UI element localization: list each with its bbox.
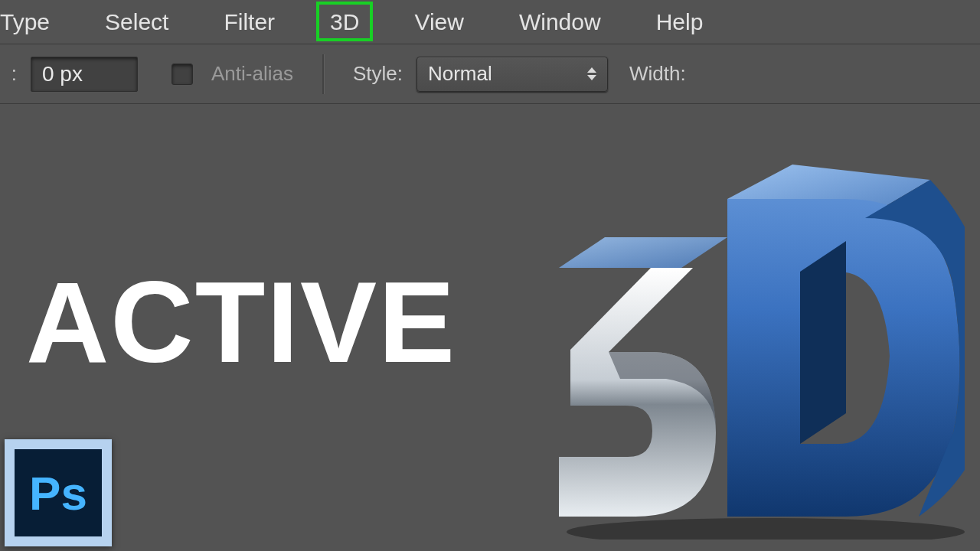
photoshop-badge: Ps xyxy=(5,439,112,546)
feather-label-truncated: : xyxy=(9,62,17,86)
antialias-checkbox[interactable] xyxy=(172,64,193,85)
svg-marker-1 xyxy=(800,241,846,444)
photoshop-badge-inner: Ps xyxy=(15,449,102,536)
pixel-input[interactable]: 0 px xyxy=(31,57,138,92)
menu-type[interactable]: Type xyxy=(0,5,77,40)
menu-select[interactable]: Select xyxy=(77,5,196,40)
style-dropdown-value: Normal xyxy=(428,62,492,86)
overlay-headline: ACTIVE xyxy=(26,256,456,389)
photoshop-badge-text: Ps xyxy=(29,466,87,520)
style-label: Style: xyxy=(353,62,403,86)
menu-view[interactable]: View xyxy=(387,5,491,40)
3d-logo-graphic xyxy=(536,157,965,540)
menu-bar: Type Select Filter 3D View Window Help xyxy=(0,0,980,44)
svg-point-4 xyxy=(567,518,965,540)
svg-marker-0 xyxy=(727,165,930,218)
style-dropdown[interactable]: Normal xyxy=(416,57,608,92)
menu-filter[interactable]: Filter xyxy=(196,5,302,40)
svg-marker-2 xyxy=(559,237,727,268)
menu-window[interactable]: Window xyxy=(492,5,629,40)
menu-help[interactable]: Help xyxy=(629,5,731,40)
options-bar: : 0 px Anti-alias Style: Normal Width: xyxy=(0,44,980,104)
chevron-up-down-icon xyxy=(587,67,596,80)
antialias-label: Anti-alias xyxy=(211,62,293,86)
width-label: Width: xyxy=(629,62,686,86)
menu-3d[interactable]: 3D xyxy=(302,5,387,40)
options-divider xyxy=(322,54,324,94)
